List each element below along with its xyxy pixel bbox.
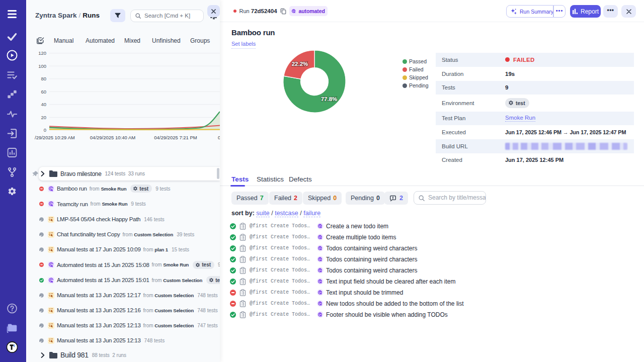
svg-text:04/29/2025: 04/29/2025	[218, 135, 220, 140]
svg-text:80: 80	[41, 76, 46, 81]
svg-text:22.2%: 22.2%	[292, 61, 308, 67]
svg-text:40: 40	[41, 102, 46, 107]
svg-text:120: 120	[38, 50, 46, 56]
svg-text:77.8%: 77.8%	[321, 96, 338, 102]
svg-text:04/29/2025 7:21 PM: 04/29/2025 7:21 PM	[154, 135, 197, 140]
svg-text:0: 0	[44, 127, 46, 133]
svg-text:100: 100	[38, 63, 46, 69]
svg-text:/29/2025 10:29 AM: /29/2025 10:29 AM	[35, 135, 75, 140]
svg-text:04/29/2025 10:40 AM: 04/29/2025 10:40 AM	[90, 135, 135, 140]
svg-text:20: 20	[41, 115, 46, 120]
svg-text:60: 60	[41, 89, 46, 95]
